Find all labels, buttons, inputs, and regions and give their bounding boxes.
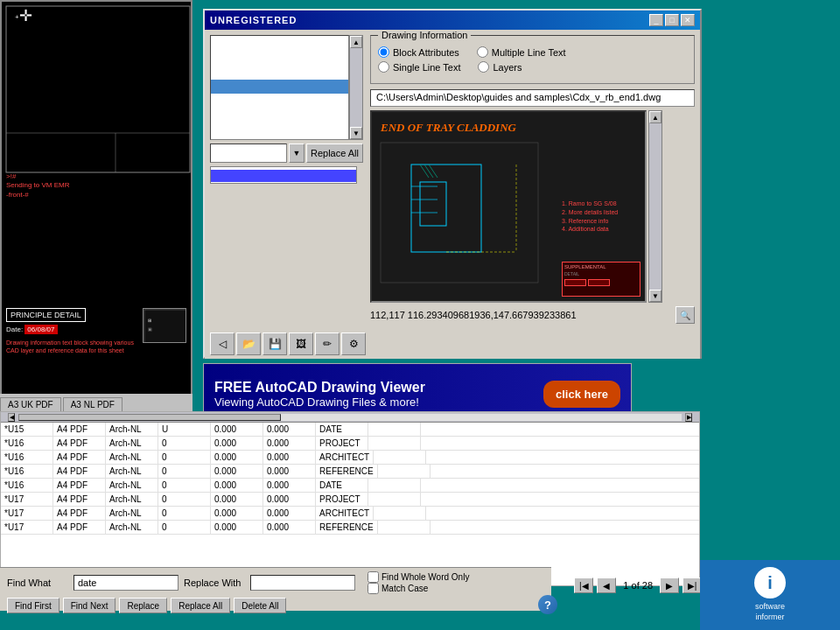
left-controls: ▲ ▼ ▼ Replace All (210, 35, 363, 324)
table-cell: Arch-NL (106, 437, 158, 450)
group-box-label: Drawing Information (378, 30, 471, 40)
si-icon: i (754, 567, 786, 598)
coords-bar: 112,117 116.293409681936,147.66793923386… (370, 306, 695, 324)
tool-open-button[interactable]: 📂 (236, 332, 261, 355)
titlebar-buttons: _ □ ✕ (649, 14, 695, 26)
nav-prev-button[interactable]: ◀ (597, 578, 616, 593)
table-h-scrollbar[interactable]: ◀ ▶ (1, 412, 699, 423)
all-button[interactable]: Replace All (306, 144, 363, 163)
table-cell: A4 PDF (53, 507, 106, 520)
banner-text: FREE AutoCAD Drawing Viewer Viewing Auto… (214, 380, 533, 409)
match-case-option[interactable]: Match Case (368, 583, 469, 594)
minimize-button[interactable]: _ (649, 14, 663, 26)
table-cell: 0.000 (263, 507, 316, 520)
table-cell: 0.000 (211, 423, 263, 436)
svg-text:▣: ▣ (148, 326, 152, 332)
tab-a3-uk-pdf[interactable]: A3 UK PDF (0, 397, 61, 411)
table-cell: 0 (158, 451, 211, 464)
find-row: Find What Replace With Find Whole Word O… (7, 571, 544, 594)
table-cell: *U17 (1, 521, 53, 534)
cad-inset-preview: ⊞ ▣ (143, 308, 186, 343)
click-here-button[interactable]: click here (543, 381, 620, 408)
radio-single-line[interactable]: Single Line Text (378, 61, 460, 73)
table-cell: *U16 (1, 465, 53, 478)
dialog-title: UNREGISTERED (210, 15, 297, 25)
nav-next-button[interactable]: ▶ (660, 578, 679, 593)
table-cell: Arch-NL (106, 451, 158, 464)
tab-a3-nl-pdf[interactable]: A3 NL PDF (63, 397, 122, 411)
radio-block-attributes[interactable]: Block Attributes (378, 46, 459, 58)
list-scrollbar[interactable]: ▲ ▼ (349, 35, 363, 140)
scroll-down-btn[interactable]: ▼ (350, 127, 362, 139)
find-replace-bar: Find What Replace With Find Whole Word O… (0, 567, 551, 611)
whole-word-option[interactable]: Find Whole Word Only (368, 571, 469, 583)
svg-line-14 (424, 164, 433, 178)
table-cell: 0 (158, 507, 211, 520)
table-cell: Arch-NL (106, 465, 158, 478)
table-cell: REFERENCE (316, 465, 378, 478)
table-cell: 0.000 (263, 451, 316, 464)
find-input[interactable] (74, 575, 178, 591)
nav-controls: |◀ ◀ 1 of 28 ▶ ▶| (567, 567, 709, 604)
table-cell: A4 PDF (53, 465, 106, 478)
replace-all-button[interactable]: Replace All (171, 598, 230, 613)
table-cell (368, 493, 421, 506)
table-cell (368, 437, 421, 450)
table-cell: 0 (158, 479, 211, 492)
radio-multiple-line[interactable]: Multiple Line Text (477, 46, 566, 58)
table-cell: A4 PDF (53, 437, 106, 450)
table-cell: *U17 (1, 507, 53, 520)
help-button[interactable]: ? (538, 595, 557, 614)
table-cell: 0.000 (211, 493, 263, 506)
checkboxes: Find Whole Word Only Match Case (368, 571, 469, 594)
replace-input[interactable] (250, 575, 355, 591)
h-scroll-thumb[interactable] (18, 414, 281, 421)
table-body: *U15A4 PDFArch-NLU0.0000.000DATE*U16A4 P… (1, 423, 699, 535)
table-cell: DATE (316, 423, 368, 436)
table-cell: 0.000 (211, 465, 263, 478)
radio-layers[interactable]: Layers (478, 61, 522, 73)
file-list-box[interactable] (210, 35, 349, 140)
replace-label: Replace With (184, 578, 245, 588)
filter-combo[interactable] (210, 144, 287, 163)
table-cell: 0.000 (211, 437, 263, 450)
scroll-left-btn[interactable]: ◀ (8, 413, 15, 422)
vscroll-up[interactable]: ▲ (649, 111, 662, 123)
tool-edit-button[interactable]: ✏ (315, 332, 340, 355)
combo-dropdown-arrow[interactable]: ▼ (289, 144, 304, 163)
preview-title: END OF TRAY CLADDING (381, 121, 516, 135)
tool-back-button[interactable]: ◁ (210, 332, 234, 355)
vscroll-down[interactable]: ▼ (649, 290, 662, 302)
maximize-button[interactable]: □ (665, 14, 679, 26)
nav-first-button[interactable]: |◀ (574, 578, 593, 593)
table-row: *U17A4 PDFArch-NL00.0000.000REFERENCE (1, 521, 699, 535)
find-first-button[interactable]: Find First (7, 598, 60, 613)
tool-image-button[interactable]: 🖼 (289, 332, 313, 355)
cad-left-panel: + ✛ >!# Sending to VM EMR -front-# PRINC… (0, 0, 192, 407)
replace-button[interactable]: Replace (119, 598, 167, 613)
tool-settings-button[interactable]: ⚙ (341, 332, 366, 355)
delete-all-button[interactable]: Delete All (234, 598, 286, 613)
scroll-right-btn[interactable]: ▶ (685, 413, 692, 422)
svg-line-15 (429, 164, 438, 178)
close-button[interactable]: ✕ (681, 14, 695, 26)
si-text: software informer (755, 602, 785, 622)
layers-label: Layers (493, 62, 522, 73)
table-cell (378, 521, 430, 534)
table-cell (368, 423, 421, 436)
coords-search-button[interactable]: 🔍 (676, 306, 695, 324)
scroll-up-btn[interactable]: ▲ (350, 36, 362, 48)
nav-last-button[interactable]: ▶| (682, 578, 702, 593)
svg-rect-7 (381, 143, 538, 283)
table-row: *U16A4 PDFArch-NL00.0000.000PROJECT (1, 437, 699, 451)
table-cell: REFERENCE (316, 521, 378, 534)
single-line-label: Single Line Text (393, 62, 460, 73)
blue-list-area[interactable] (210, 166, 357, 184)
tool-save-button[interactable]: 💾 (262, 332, 287, 355)
table-cell: 0.000 (263, 521, 316, 534)
table-row: *U16A4 PDFArch-NL00.0000.000ARCHITECT (1, 451, 699, 465)
table-cell: 0.000 (211, 479, 263, 492)
dialog-vscrollbar[interactable]: ▲ ▼ (648, 110, 662, 303)
find-next-button[interactable]: Find Next (63, 598, 116, 613)
table-cell: PROJECT (316, 493, 368, 506)
